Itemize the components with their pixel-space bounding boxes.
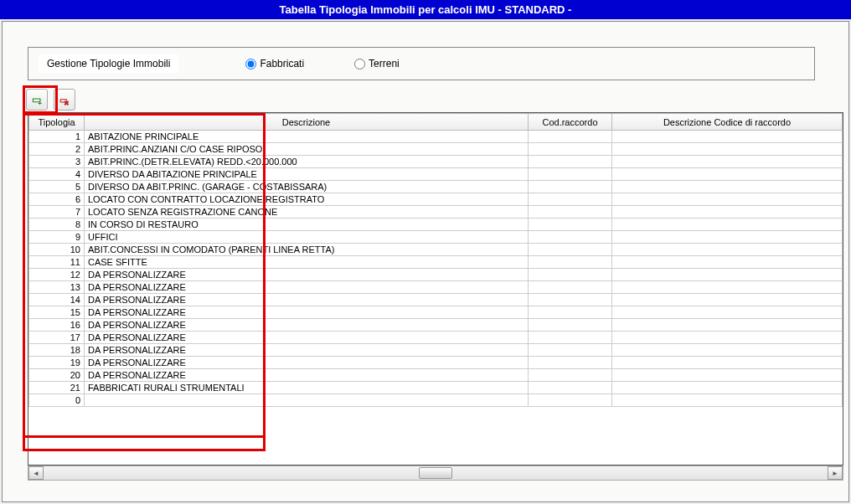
cell-tipologia[interactable]: 15: [29, 306, 85, 319]
cell-descrizione[interactable]: ABIT.CONCESSI IN COMODATO (PARENTI LINEA…: [85, 244, 529, 256]
table-row[interactable]: 1ABITAZIONE PRINCIPALE: [29, 131, 843, 143]
table-row[interactable]: 11CASE SFITTE: [29, 256, 843, 269]
cell-codraccordo[interactable]: [529, 281, 612, 294]
table-row[interactable]: 15DA PERSONALIZZARE: [29, 306, 843, 319]
cell-codraccordo[interactable]: [529, 181, 612, 193]
cell-descrcod[interactable]: [612, 244, 843, 256]
table-row[interactable]: 2ABIT.PRINC.ANZIANI C/O CASE RIPOSO: [29, 143, 843, 156]
cell-codraccordo[interactable]: [529, 306, 612, 319]
radio-fabbricati[interactable]: Fabbricati: [245, 58, 304, 69]
cell-descrcod[interactable]: [612, 281, 843, 294]
cell-descrizione[interactable]: UFFICI: [85, 231, 529, 244]
table-row[interactable]: 17DA PERSONALIZZARE: [29, 332, 843, 344]
cell-codraccordo[interactable]: [529, 206, 612, 219]
cell-codraccordo[interactable]: [529, 156, 612, 168]
cell-tipologia[interactable]: 7: [29, 206, 85, 219]
cell-descrizione[interactable]: DIVERSO DA ABITAZIONE PRINCIPALE: [85, 168, 529, 181]
radio-terreni-input[interactable]: [354, 59, 365, 69]
cell-tipologia[interactable]: 10: [29, 244, 85, 256]
cell-tipologia[interactable]: 21: [29, 382, 85, 394]
cell-descrcod[interactable]: [612, 369, 843, 382]
cell-descrcod[interactable]: [612, 294, 843, 306]
cell-codraccordo[interactable]: [529, 231, 612, 244]
col-tipologia-header[interactable]: Tipologia: [29, 114, 85, 131]
cell-tipologia[interactable]: 3: [29, 156, 85, 168]
cell-tipologia[interactable]: 20: [29, 369, 85, 382]
cell-tipologia[interactable]: 12: [29, 269, 85, 281]
cell-codraccordo[interactable]: [529, 294, 612, 306]
table-row[interactable]: 12DA PERSONALIZZARE: [29, 269, 843, 281]
cell-descrcod[interactable]: [612, 344, 843, 357]
cell-descrcod[interactable]: [612, 394, 843, 407]
cell-descrizione[interactable]: DA PERSONALIZZARE: [85, 369, 529, 382]
cell-tipologia[interactable]: 17: [29, 332, 85, 344]
cell-descrcod[interactable]: [612, 332, 843, 344]
cell-tipologia[interactable]: 6: [29, 193, 85, 206]
table-row[interactable]: 16DA PERSONALIZZARE: [29, 319, 843, 332]
cell-tipologia[interactable]: 0: [29, 394, 85, 407]
col-descrcod-header[interactable]: Descrizione Codice di raccordo: [612, 114, 843, 131]
cell-tipologia[interactable]: 19: [29, 357, 85, 369]
cell-descrcod[interactable]: [612, 193, 843, 206]
table-row[interactable]: 3ABIT.PRINC.(DETR.ELEVATA) REDD.<20.000.…: [29, 156, 843, 168]
table-row[interactable]: 5DIVERSO DA ABIT.PRINC. (GARAGE - COSTAB…: [29, 181, 843, 193]
table-row[interactable]: 14DA PERSONALIZZARE: [29, 294, 843, 306]
scroll-left-button[interactable]: ◄: [28, 466, 44, 480]
cell-tipologia[interactable]: 11: [29, 256, 85, 269]
table-row[interactable]: 13DA PERSONALIZZARE: [29, 281, 843, 294]
cell-descrcod[interactable]: [612, 131, 843, 143]
cell-descrcod[interactable]: [612, 382, 843, 394]
cell-descrizione[interactable]: DA PERSONALIZZARE: [85, 344, 529, 357]
data-grid[interactable]: Tipologia Descrizione Cod.raccordo Descr…: [28, 112, 843, 465]
cell-codraccordo[interactable]: [529, 344, 612, 357]
cell-tipologia[interactable]: 9: [29, 231, 85, 244]
table-row[interactable]: 6LOCATO CON CONTRATTO LOCAZIONE REGISTRA…: [29, 193, 843, 206]
cell-descrizione[interactable]: DIVERSO DA ABIT.PRINC. (GARAGE - COSTABI…: [85, 181, 529, 193]
table-row[interactable]: 21FABBRICATI RURALI STRUMENTALI: [29, 382, 843, 394]
cell-descrcod[interactable]: [612, 319, 843, 332]
cell-descrizione[interactable]: [85, 394, 529, 407]
cell-descrcod[interactable]: [612, 256, 843, 269]
cell-codraccordo[interactable]: [529, 219, 612, 231]
cell-codraccordo[interactable]: [529, 131, 612, 143]
cell-descrcod[interactable]: [612, 231, 843, 244]
cell-tipologia[interactable]: 5: [29, 181, 85, 193]
cell-descrizione[interactable]: ABIT.PRINC.(DETR.ELEVATA) REDD.<20.000.0…: [85, 156, 529, 168]
cell-codraccordo[interactable]: [529, 369, 612, 382]
table-row[interactable]: 19DA PERSONALIZZARE: [29, 357, 843, 369]
horizontal-scrollbar[interactable]: ◄ ►: [28, 465, 843, 481]
cell-codraccordo[interactable]: [529, 319, 612, 332]
delete-button[interactable]: ▭✖: [54, 89, 75, 111]
cell-descrizione[interactable]: ABIT.PRINC.ANZIANI C/O CASE RIPOSO: [85, 143, 529, 156]
col-codraccordo-header[interactable]: Cod.raccordo: [529, 114, 612, 131]
table-row[interactable]: 4DIVERSO DA ABITAZIONE PRINCIPALE: [29, 168, 843, 181]
radio-fabbricati-input[interactable]: [245, 59, 256, 69]
cell-codraccordo[interactable]: [529, 256, 612, 269]
cell-codraccordo[interactable]: [529, 332, 612, 344]
table-row[interactable]: 10ABIT.CONCESSI IN COMODATO (PARENTI LIN…: [29, 244, 843, 256]
cell-descrcod[interactable]: [612, 168, 843, 181]
table-row[interactable]: 0: [29, 394, 843, 407]
cell-codraccordo[interactable]: [529, 394, 612, 407]
cell-tipologia[interactable]: 13: [29, 281, 85, 294]
table-row[interactable]: 7LOCATO SENZA REGISTRAZIONE CANONE: [29, 206, 843, 219]
cell-descrizione[interactable]: LOCATO CON CONTRATTO LOCAZIONE REGISTRAT…: [85, 193, 529, 206]
table-row[interactable]: 9UFFICI: [29, 231, 843, 244]
cell-codraccordo[interactable]: [529, 269, 612, 281]
table-row[interactable]: 8IN CORSO DI RESTAURO: [29, 219, 843, 231]
scroll-right-button[interactable]: ►: [828, 466, 843, 480]
scroll-thumb[interactable]: [419, 467, 452, 479]
cell-tipologia[interactable]: 18: [29, 344, 85, 357]
cell-descrizione[interactable]: FABBRICATI RURALI STRUMENTALI: [85, 382, 529, 394]
cell-descrizione[interactable]: DA PERSONALIZZARE: [85, 306, 529, 319]
cell-descrcod[interactable]: [612, 206, 843, 219]
cell-descrizione[interactable]: DA PERSONALIZZARE: [85, 269, 529, 281]
cell-codraccordo[interactable]: [529, 193, 612, 206]
cell-descrizione[interactable]: DA PERSONALIZZARE: [85, 294, 529, 306]
cell-tipologia[interactable]: 4: [29, 168, 85, 181]
cell-tipologia[interactable]: 2: [29, 143, 85, 156]
cell-tipologia[interactable]: 1: [29, 131, 85, 143]
cell-descrizione[interactable]: DA PERSONALIZZARE: [85, 357, 529, 369]
cell-descrcod[interactable]: [612, 143, 843, 156]
table-row[interactable]: 18DA PERSONALIZZARE: [29, 344, 843, 357]
